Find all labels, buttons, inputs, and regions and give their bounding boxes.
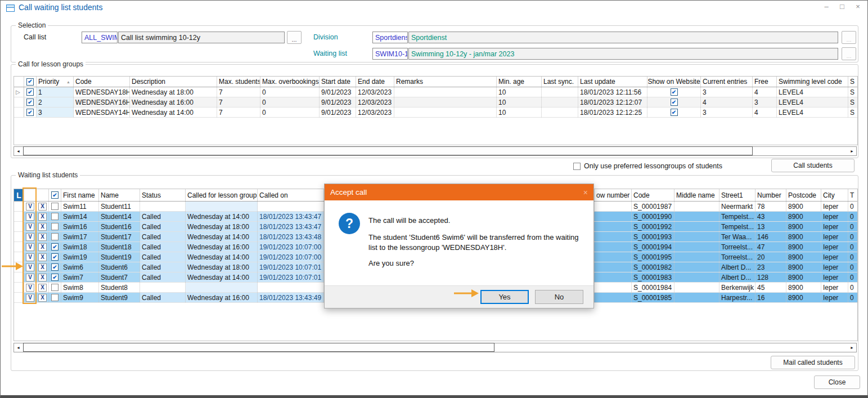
- column-header-swimming_level_code[interactable]: Swimming level code: [777, 77, 848, 87]
- column-header-city[interactable]: City: [821, 189, 848, 201]
- division-code-field[interactable]: Sportdiens: [372, 32, 408, 43]
- column-header-x[interactable]: [37, 189, 49, 201]
- row-checkbox[interactable]: [51, 203, 59, 210]
- column-header-street1[interactable]: Street1: [719, 189, 755, 201]
- x-reject-button[interactable]: X: [38, 253, 47, 261]
- column-header-remarks[interactable]: Remarks: [394, 77, 497, 87]
- row-checkbox[interactable]: ✔: [51, 274, 59, 281]
- x-reject-button[interactable]: X: [38, 223, 47, 231]
- division-description-field[interactable]: Sportdienst: [408, 32, 838, 43]
- column-header-row_number[interactable]: ow number: [595, 189, 632, 201]
- x-reject-button[interactable]: X: [38, 233, 47, 241]
- yes-button[interactable]: Yes: [480, 290, 529, 304]
- column-header-lesson_group[interactable]: Called for lesson group: [186, 189, 258, 201]
- x-reject-button[interactable]: X: [38, 274, 47, 281]
- show_on_website-checkbox[interactable]: ✔: [671, 88, 678, 96]
- row-checkbox[interactable]: ✔: [26, 99, 34, 106]
- close-button[interactable]: Close: [814, 375, 860, 389]
- call-list-browse-button[interactable]: ...: [287, 31, 302, 44]
- scroll-left-icon[interactable]: ◄: [14, 147, 23, 155]
- division-browse-button[interactable]: ...: [842, 31, 856, 44]
- column-header-select[interactable]: ✔: [49, 189, 61, 201]
- scroll-right-icon[interactable]: ►: [848, 147, 856, 155]
- column-header-name[interactable]: Name: [99, 189, 140, 201]
- column-header-code[interactable]: Code: [74, 77, 130, 87]
- column-header-priority[interactable]: Priority▲: [37, 77, 74, 87]
- row-checkbox[interactable]: [51, 294, 59, 301]
- column-header-min_age[interactable]: Min. age: [497, 77, 542, 87]
- column-header-start_date[interactable]: Start date: [320, 77, 356, 87]
- column-header-last_update[interactable]: Last update: [578, 77, 647, 87]
- column-header-end_date[interactable]: End date: [356, 77, 394, 87]
- v-accept-button[interactable]: V: [26, 223, 34, 231]
- scroll-right-icon[interactable]: ►: [848, 343, 856, 352]
- waiting-students-hscrollbar[interactable]: ◄ ►: [14, 343, 857, 352]
- column-header-free[interactable]: Free: [753, 77, 777, 87]
- row-checkbox[interactable]: [51, 284, 59, 291]
- v-accept-button[interactable]: V: [26, 263, 34, 271]
- v-accept-button[interactable]: V: [26, 233, 34, 241]
- column-header-rowheader[interactable]: L: [14, 189, 24, 201]
- column-header-v[interactable]: [24, 189, 37, 201]
- dialog-close-icon[interactable]: ×: [583, 188, 588, 197]
- scrollbar-thumb[interactable]: [23, 146, 753, 155]
- select-all-checkbox[interactable]: ✔: [51, 191, 59, 199]
- column-header-max_students[interactable]: Max. students: [217, 77, 260, 87]
- waiting-list-browse-button[interactable]: ...: [842, 47, 856, 60]
- v-accept-button[interactable]: V: [26, 243, 34, 251]
- lesson-groups-hscrollbar[interactable]: ◄ ►: [14, 146, 857, 156]
- mail-called-students-button[interactable]: Mail called students: [771, 356, 855, 369]
- column-header-max_overbookings[interactable]: Max. overbookings: [260, 77, 320, 87]
- call-list-code-field[interactable]: ALL_SWIM: [82, 32, 118, 43]
- scroll-left-icon[interactable]: ◄: [14, 343, 23, 352]
- table-row[interactable]: ✔2WEDNESDAY16HWednesday at 16:00709/01/2…: [14, 97, 857, 108]
- table-row[interactable]: ✔3WEDNESDAY14HWednesday at 14:00709/01/2…: [14, 108, 857, 118]
- only-preferred-checkbox[interactable]: [573, 163, 581, 170]
- column-header-s[interactable]: S: [848, 77, 858, 87]
- row-checkbox[interactable]: ✔: [26, 88, 34, 96]
- column-header-description[interactable]: Description: [130, 77, 217, 87]
- row-checkbox[interactable]: [51, 233, 59, 240]
- x-reject-button[interactable]: X: [38, 294, 47, 302]
- row-checkbox[interactable]: [51, 213, 59, 220]
- show_on_website-checkbox[interactable]: ✔: [671, 99, 678, 106]
- row-checkbox[interactable]: ✔: [51, 253, 59, 261]
- no-button[interactable]: No: [535, 290, 583, 304]
- row-checkbox[interactable]: ✔: [51, 243, 59, 251]
- v-accept-button[interactable]: V: [26, 284, 34, 292]
- call-students-button[interactable]: Call students: [771, 159, 854, 172]
- close-icon[interactable]: ×: [854, 2, 862, 11]
- row-checkbox[interactable]: ✔: [51, 263, 59, 271]
- column-header-middle_name[interactable]: Middle name: [674, 189, 719, 201]
- column-header-t[interactable]: T: [848, 189, 858, 201]
- column-header-current_entries[interactable]: Current entries: [701, 77, 753, 87]
- v-accept-button[interactable]: V: [26, 203, 34, 211]
- minimize-icon[interactable]: –: [822, 2, 830, 11]
- waiting-list-description-field[interactable]: Swimming 10-12y - jan/mar 2023: [408, 48, 838, 60]
- call-list-description-field[interactable]: Call list swimming 10-12y: [118, 32, 285, 43]
- x-reject-button[interactable]: X: [38, 263, 47, 271]
- x-reject-button[interactable]: X: [38, 243, 47, 251]
- column-header-rowheader[interactable]: [14, 77, 24, 87]
- select-all-checkbox[interactable]: ✔: [26, 78, 34, 86]
- column-header-select[interactable]: ✔: [24, 77, 37, 87]
- maximize-icon[interactable]: □: [838, 2, 846, 11]
- x-reject-button[interactable]: X: [38, 284, 47, 292]
- scrollbar-thumb[interactable]: [23, 343, 494, 352]
- row-checkbox[interactable]: [51, 223, 59, 230]
- waiting-list-code-field[interactable]: SWIM10-1: [372, 48, 408, 60]
- v-accept-button[interactable]: V: [26, 294, 34, 302]
- column-header-called_on[interactable]: Called on: [258, 189, 324, 201]
- column-header-last_sync[interactable]: Last sync.: [542, 77, 578, 87]
- x-reject-button[interactable]: X: [38, 213, 47, 221]
- column-header-show_on_website[interactable]: Show on Website: [647, 77, 701, 87]
- show_on_website-checkbox[interactable]: ✔: [671, 109, 678, 116]
- column-header-postcode[interactable]: Postcode: [786, 189, 821, 201]
- x-reject-button[interactable]: X: [38, 203, 47, 211]
- column-header-first_name[interactable]: First name: [61, 189, 99, 201]
- v-accept-button[interactable]: V: [26, 213, 34, 221]
- v-accept-button[interactable]: V: [26, 253, 34, 261]
- column-header-number[interactable]: Number: [755, 189, 786, 201]
- v-accept-button[interactable]: V: [26, 274, 34, 281]
- column-header-status[interactable]: Status: [140, 189, 186, 201]
